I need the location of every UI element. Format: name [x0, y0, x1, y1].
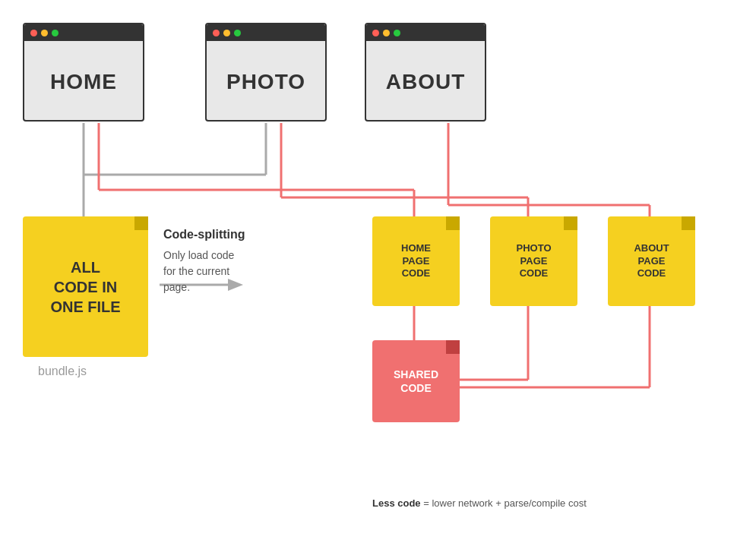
home-page-code-file: HOMEPAGECODE	[372, 216, 460, 306]
dot-red-photo	[213, 30, 220, 36]
bundle-js-label: bundle.js	[38, 365, 87, 378]
codesplitting-block: Code-splitting Only load codefor the cur…	[163, 228, 315, 295]
dot-green-about	[394, 30, 400, 36]
less-code-rest: = lower network + parse/compile cost	[421, 497, 587, 509]
dot-red-about	[372, 30, 379, 36]
browser-home: HOME	[23, 23, 144, 122]
less-code-bold: Less code	[372, 497, 421, 509]
browser-photo: PHOTO	[205, 23, 327, 122]
browser-titlebar-photo	[207, 24, 325, 41]
browser-label-home: HOME	[24, 41, 143, 122]
dot-yellow-photo	[223, 30, 230, 36]
shared-code-label: SHAREDCODE	[394, 368, 438, 395]
browser-label-photo: PHOTO	[207, 41, 325, 122]
all-code-label: ALLCODE INONE FILE	[50, 257, 120, 317]
about-page-code-file: ABOUTPAGECODE	[608, 216, 695, 306]
photo-page-code-label: PHOTOPAGECODE	[517, 242, 552, 281]
dot-green-home	[52, 30, 59, 36]
browser-about: ABOUT	[365, 23, 486, 122]
dot-yellow-home	[41, 30, 48, 36]
diagram-container: HOME PHOTO ABOUT ALLCODE INONE FILE bund…	[0, 0, 756, 543]
all-code-file: ALLCODE INONE FILE	[23, 216, 148, 357]
bottom-label: Less code = lower network + parse/compil…	[372, 497, 587, 509]
browser-titlebar-about	[366, 24, 485, 41]
shared-code-file: SHAREDCODE	[372, 340, 460, 422]
browser-titlebar-home	[24, 24, 143, 41]
about-page-code-label: ABOUTPAGECODE	[634, 242, 669, 281]
codesplitting-desc: Only load codefor the currentpage.	[163, 248, 315, 295]
dot-yellow-about	[383, 30, 390, 36]
photo-page-code-file: PHOTOPAGECODE	[490, 216, 577, 306]
dot-green-photo	[234, 30, 241, 36]
home-page-code-label: HOMEPAGECODE	[401, 242, 431, 281]
browser-label-about: ABOUT	[366, 41, 485, 122]
dot-red-home	[30, 30, 37, 36]
codesplitting-title: Code-splitting	[163, 228, 315, 242]
